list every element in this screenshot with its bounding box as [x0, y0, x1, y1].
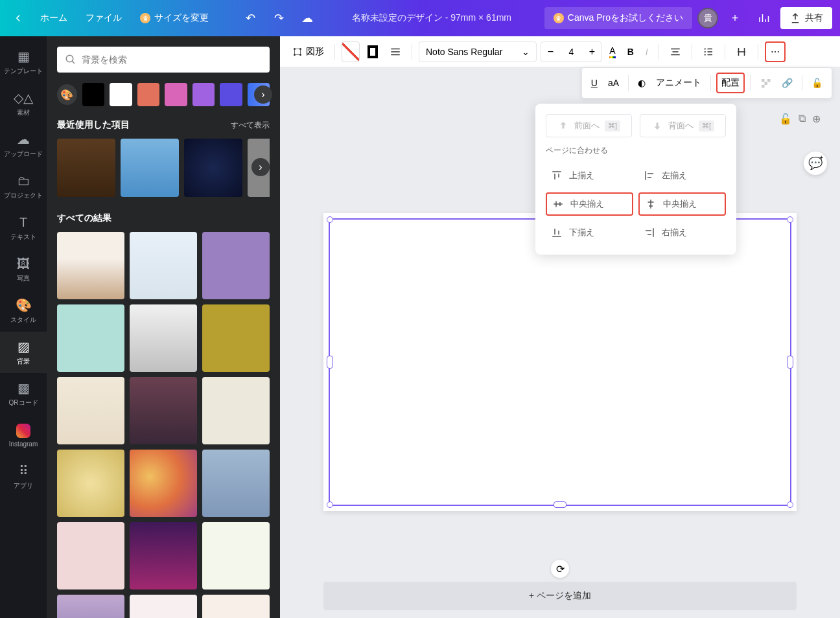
recent-next-button[interactable]: › — [251, 158, 270, 176]
position-button[interactable]: 配置 — [716, 73, 745, 93]
bg-item[interactable] — [57, 595, 124, 618]
sidebar-item-qr[interactable]: ▩QRコード — [0, 373, 47, 415]
swatch-purple[interactable] — [192, 83, 215, 106]
underline-button[interactable]: U — [587, 73, 601, 93]
resize-handle-tl[interactable] — [327, 216, 333, 223]
comment-fab[interactable]: 💬+ — [804, 152, 827, 175]
bg-item[interactable] — [130, 232, 197, 299]
swatch-coral[interactable] — [137, 83, 159, 106]
link-button[interactable]: 🔗 — [778, 73, 797, 93]
bg-item[interactable] — [130, 522, 197, 589]
bg-item[interactable] — [130, 377, 197, 444]
text-align-button[interactable] — [666, 41, 685, 62]
user-avatar[interactable]: 貴 — [697, 8, 718, 29]
italic-button[interactable]: I — [642, 41, 652, 62]
see-all-link[interactable]: すべて表示 — [231, 120, 270, 131]
document-title[interactable]: 名称未設定のデザイン - 97mm × 61mm — [324, 12, 539, 24]
lock-button[interactable]: 🔓 — [808, 73, 826, 93]
sidebar-item-upload[interactable]: ☁アップロード — [0, 124, 47, 166]
sidebar-item-template[interactable]: ▦テンプレート — [0, 41, 47, 83]
file-menu[interactable]: ファイル — [79, 8, 128, 28]
spacing-button[interactable] — [732, 41, 751, 62]
bg-item[interactable] — [202, 232, 270, 299]
transparency-button[interactable] — [756, 73, 775, 93]
sidebar-item-elements[interactable]: ◇△素材 — [0, 83, 47, 124]
align-bottom-button[interactable]: 下揃え — [546, 221, 633, 244]
redo-button[interactable]: ↷ — [267, 6, 290, 30]
text-color-button[interactable]: A — [605, 41, 619, 62]
cloud-sync-icon[interactable]: ☁ — [296, 6, 319, 30]
recent-bg-2[interactable] — [121, 139, 179, 197]
border-style-button[interactable] — [386, 41, 405, 62]
swatches-next-button[interactable]: › — [254, 86, 272, 104]
align-hcenter-button[interactable]: 中央揃え — [638, 192, 726, 216]
swatch-pink[interactable] — [165, 83, 187, 106]
font-family-select[interactable]: Noto Sans Regular ⌄ — [419, 41, 537, 62]
back-button[interactable] — [8, 8, 29, 29]
sidebar-item-style[interactable]: 🎨スタイル — [0, 290, 47, 332]
font-size-value[interactable]: 4 — [559, 47, 583, 57]
analytics-button[interactable] — [752, 6, 775, 30]
swatch-white[interactable] — [110, 83, 132, 106]
resize-handle-lm[interactable] — [327, 356, 333, 369]
align-right-button[interactable]: 右揃え — [638, 221, 726, 244]
bg-item[interactable] — [202, 522, 270, 589]
fill-color-button[interactable] — [342, 41, 360, 62]
bg-item[interactable] — [57, 377, 124, 444]
sidebar-item-text[interactable]: Tテキスト — [0, 207, 47, 249]
sidebar-item-background[interactable]: ▨背景 — [0, 332, 47, 373]
bg-item[interactable] — [202, 377, 270, 444]
list-button[interactable] — [699, 41, 718, 62]
color-picker-button[interactable]: 🎨 — [57, 84, 77, 105]
undo-button[interactable]: ↶ — [239, 6, 262, 30]
edit-shape-button[interactable]: 図形 — [288, 41, 328, 62]
bold-button[interactable]: B — [624, 41, 638, 62]
bg-item[interactable] — [202, 304, 270, 372]
bg-item[interactable] — [130, 304, 197, 372]
resize-handle-br[interactable] — [787, 501, 793, 508]
sidebar-item-photo[interactable]: 🖼写真 — [0, 249, 47, 290]
sidebar-item-apps[interactable]: ⠿アプリ — [0, 456, 47, 498]
lock-page-button[interactable]: 🔓 — [779, 113, 792, 125]
home-link[interactable]: ホーム — [34, 8, 74, 28]
swatch-black[interactable] — [82, 83, 104, 106]
resize-handle-tr[interactable] — [787, 216, 793, 223]
bg-item[interactable] — [130, 450, 197, 517]
recent-bg-1[interactable] — [57, 139, 115, 197]
align-left-button[interactable]: 左揃え — [638, 164, 726, 187]
effects-button[interactable]: ◐ — [634, 73, 649, 93]
more-button[interactable]: ⋯ — [765, 41, 786, 62]
bg-item[interactable] — [202, 450, 270, 517]
share-button[interactable]: 共有 — [780, 7, 832, 29]
duplicate-page-button[interactable]: ⧉ — [799, 113, 806, 125]
align-vcenter-button[interactable]: 中央揃え — [546, 192, 633, 216]
search-box[interactable] — [57, 47, 270, 73]
sidebar-item-project[interactable]: 🗀プロジェクト — [0, 166, 47, 207]
resize-handle-rm[interactable] — [787, 356, 793, 369]
try-pro-button[interactable]: ♛ Canva Proをお試しください — [544, 7, 692, 29]
bg-item[interactable] — [57, 522, 124, 589]
case-button[interactable]: aA — [604, 73, 623, 93]
resize-handle-bm[interactable] — [554, 501, 566, 508]
sidebar-item-instagram[interactable]: Instagram — [0, 415, 47, 456]
align-top-button[interactable]: 上揃え — [546, 164, 633, 187]
add-page-button[interactable]: ⊕ — [812, 113, 821, 125]
add-page-bar[interactable]: + ページを追加 — [323, 582, 797, 610]
bg-item[interactable] — [57, 450, 124, 517]
swatch-indigo[interactable] — [220, 83, 242, 106]
resize-handle-bl[interactable] — [327, 501, 333, 508]
bg-item[interactable] — [202, 595, 270, 618]
recent-bg-3[interactable] — [184, 139, 242, 197]
add-member-button[interactable]: + — [723, 6, 747, 30]
bg-item[interactable] — [130, 595, 197, 618]
resize-button[interactable]: ♛ サイズを変更 — [134, 8, 215, 28]
bg-item[interactable] — [57, 232, 124, 299]
send-backward-button[interactable]: 背面へ ⌘[ — [640, 114, 726, 137]
bring-forward-button[interactable]: 前面へ ⌘] — [546, 114, 632, 137]
design-canvas[interactable] — [323, 213, 797, 511]
sync-button[interactable]: ⟳ — [551, 560, 569, 578]
border-color-button[interactable] — [364, 41, 382, 62]
decrease-size-button[interactable]: − — [541, 42, 559, 62]
bg-item[interactable] — [57, 304, 124, 372]
search-input[interactable] — [82, 54, 262, 65]
